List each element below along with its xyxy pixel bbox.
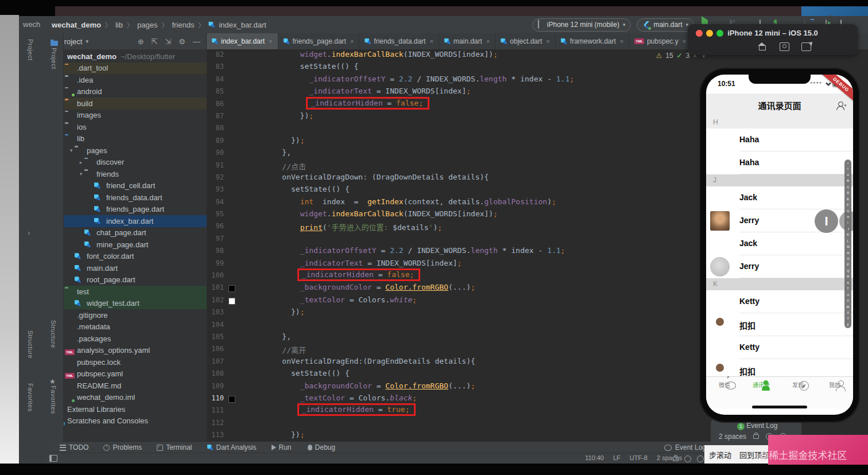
tab-close-icon[interactable]: × — [620, 38, 623, 45]
locate-file-icon[interactable]: ⊕ — [138, 37, 144, 46]
tree-item[interactable]: main.dart — [45, 262, 207, 274]
editor-tab[interactable]: friends_data.dart× — [359, 33, 439, 49]
terminal-tool-button[interactable]: Terminal — [157, 443, 192, 451]
index-letter[interactable]: ☆ — [847, 168, 850, 170]
index-letter[interactable]: R — [847, 275, 849, 278]
phone-tab-chat[interactable]: 微信 — [706, 377, 743, 408]
tree-item[interactable]: ▾pages — [45, 145, 207, 157]
index-letter[interactable]: I — [847, 221, 848, 224]
happy-face-icon[interactable] — [684, 455, 691, 462]
tab-close-icon[interactable]: × — [683, 38, 686, 45]
tree-item[interactable]: ▸.idea — [45, 74, 207, 86]
breadcrumb-item[interactable]: pages — [137, 21, 157, 29]
tab-close-icon[interactable]: × — [350, 38, 354, 45]
index-letter[interactable]: K — [847, 233, 849, 236]
debug-tool-button[interactable]: Debug — [307, 443, 335, 451]
breadcrumb-item[interactable]: lib — [115, 21, 123, 29]
tree-item[interactable]: chat_page.dart — [45, 227, 207, 239]
back-project-tool-button[interactable]: Project — [27, 39, 34, 61]
contact-list[interactable]: HHahaHahaJJackJerryJackJerryKKetty扣扣Kett… — [706, 116, 853, 382]
phone-screen[interactable]: 10:51 ●●●● DEBUG 通讯录页面 + HHahaHahaJJackJ… — [706, 75, 853, 415]
index-letter[interactable]: G — [847, 209, 849, 212]
index-letter[interactable]: C — [847, 185, 849, 188]
back-favorites-tool-button[interactable]: Favorites — [27, 383, 34, 412]
index-letter[interactable]: Z — [847, 323, 848, 326]
index-letter[interactable]: T — [847, 287, 848, 290]
contact-row[interactable]: Jack — [706, 232, 853, 255]
window-layout-icon[interactable] — [49, 455, 57, 462]
device-selector[interactable]: iPhone 12 mini (mobile) ▾ — [532, 18, 631, 32]
tree-item[interactable]: ▸images — [45, 110, 207, 122]
editor-tab[interactable]: object.dart× — [495, 33, 555, 49]
index-letter[interactable]: P — [847, 263, 849, 266]
favorites-tool-button[interactable]: Favorites — [50, 386, 57, 414]
lock-icon[interactable] — [673, 457, 679, 461]
project-tool-button[interactable]: Project — [51, 48, 57, 69]
color-swatch[interactable] — [228, 285, 235, 292]
problems-tool-button[interactable]: Problems — [103, 443, 142, 451]
tree-item[interactable]: ▾wechat_demo ~/Desktop/flutter — [45, 50, 207, 63]
index-letter[interactable]: • — [847, 161, 848, 164]
index-letter[interactable]: Q — [847, 269, 849, 272]
phone-tab-contacts[interactable]: 通讯录 — [743, 377, 780, 408]
index-letter[interactable]: W — [846, 305, 849, 308]
tree-chevron-icon[interactable]: ▾ — [68, 147, 75, 153]
tab-close-icon[interactable]: × — [429, 38, 433, 45]
tree-item[interactable]: font_color.dart — [45, 251, 207, 263]
editor-tab[interactable]: framework.dart× — [556, 33, 629, 49]
phone-tab-discover[interactable]: 发现 — [780, 377, 816, 408]
tree-item[interactable]: README.md — [45, 380, 207, 392]
tree-item[interactable]: ▾test — [45, 286, 207, 298]
index-letter[interactable]: Y — [847, 317, 849, 320]
tree-chevron-icon[interactable]: ▾ — [78, 171, 84, 177]
breadcrumb-item[interactable]: index_bar.dart — [219, 21, 266, 29]
index-letter[interactable]: J — [847, 227, 849, 230]
run-config-selector[interactable]: main.dart ▾ — [637, 18, 694, 32]
home-indicator[interactable] — [752, 406, 807, 408]
tree-item[interactable]: YMLanalysis_options.yaml — [45, 345, 207, 357]
todo-tool-button[interactable]: TODO — [60, 443, 88, 451]
home-icon[interactable] — [758, 42, 766, 50]
breadcrumb-item[interactable]: wechat_demo — [52, 21, 101, 29]
screenshot-icon[interactable] — [780, 42, 789, 51]
contact-row[interactable]: Jerry — [706, 255, 853, 278]
editor-tab[interactable]: index_bar.dart× — [207, 33, 278, 49]
color-swatch[interactable] — [228, 396, 235, 403]
scroll-sync-label[interactable]: 步滚动 — [709, 449, 731, 460]
line-separator[interactable]: LF — [613, 454, 621, 461]
index-letter[interactable]: E — [847, 197, 849, 200]
editor-tab[interactable]: main.dart× — [439, 33, 495, 49]
tree-item[interactable]: Scratches and Consoles — [45, 415, 207, 427]
index-letter[interactable]: U — [847, 293, 849, 296]
contact-row[interactable]: Ketty — [706, 290, 853, 313]
index-letter[interactable]: A — [847, 173, 849, 176]
project-panel-header[interactable]: Project ▾ ⊕ ⇱ ⇲ ⚙ — — [45, 33, 207, 49]
tree-item[interactable]: ▸android — [45, 86, 207, 98]
add-friend-icon[interactable]: + — [836, 102, 845, 111]
sad-face-icon[interactable] — [697, 455, 704, 462]
collapse-all-icon[interactable]: ⇲ — [165, 37, 171, 46]
expand-all-icon[interactable]: ⇱ — [152, 37, 158, 46]
tree-item[interactable]: index_bar.dart — [45, 215, 207, 227]
splitter-chevron-icon[interactable]: › — [28, 228, 30, 237]
tree-item[interactable]: friends_data.dart — [45, 192, 207, 204]
index-letter[interactable]: N — [847, 251, 849, 254]
index-letter[interactable]: D — [847, 191, 849, 194]
structure-tool-button[interactable]: Structure — [50, 320, 57, 348]
tree-chevron-icon[interactable]: ▸ — [78, 159, 84, 165]
color-swatch[interactable] — [228, 298, 235, 305]
tree-item[interactable]: widget_test.dart — [45, 298, 207, 310]
tree-item[interactable]: .metadata — [45, 321, 207, 333]
settings-gear-icon[interactable]: ⚙ — [179, 37, 185, 46]
encoding[interactable]: UTF-8 — [630, 454, 648, 461]
tab-close-icon[interactable]: × — [269, 38, 272, 45]
index-letter[interactable]: F — [847, 203, 848, 206]
breadcrumb-item[interactable]: friends — [172, 21, 194, 29]
index-letter[interactable]: B — [847, 180, 849, 182]
contact-row[interactable]: 扣扣 — [706, 313, 853, 336]
tree-item[interactable]: ▸build — [45, 98, 207, 110]
contact-row[interactable]: Jack — [706, 186, 853, 209]
tree-item[interactable]: .packages — [45, 333, 207, 345]
tree-item[interactable]: friends_page.dart — [45, 204, 207, 216]
tree-item[interactable]: ▾lib — [45, 133, 207, 145]
